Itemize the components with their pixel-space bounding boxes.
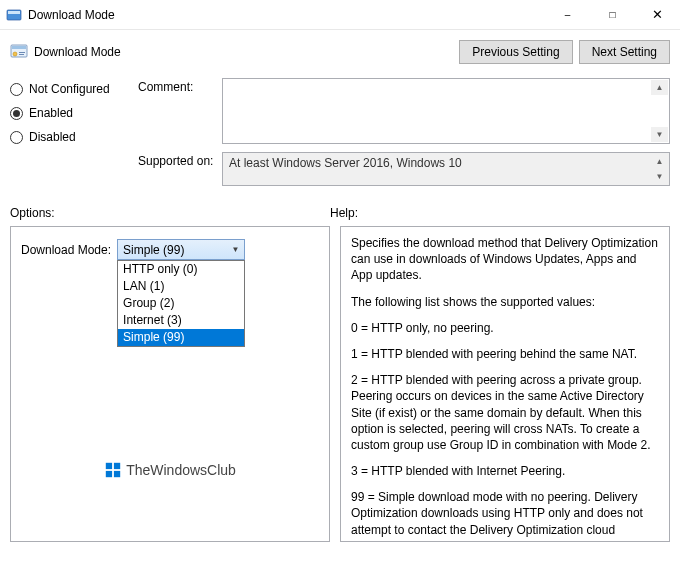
download-mode-dropdown: HTTP only (0)LAN (1)Group (2)Internet (3… [117, 260, 245, 347]
dropdown-item[interactable]: HTTP only (0) [118, 261, 244, 278]
options-panel: Download Mode: Simple (99) ▼ HTTP only (… [10, 226, 330, 542]
radio-icon [10, 131, 23, 144]
previous-setting-button[interactable]: Previous Setting [459, 40, 572, 64]
radio-not-configured[interactable]: Not Configured [10, 82, 130, 96]
help-text: 99 = Simple download mode with no peerin… [351, 489, 659, 542]
radio-enabled[interactable]: Enabled [10, 106, 130, 120]
chevron-down-icon: ▼ [227, 240, 244, 259]
next-setting-button[interactable]: Next Setting [579, 40, 670, 64]
radio-disabled[interactable]: Disabled [10, 130, 130, 144]
help-text: 1 = HTTP blended with peering behind the… [351, 346, 659, 362]
radio-label: Not Configured [29, 82, 110, 96]
close-button[interactable]: ✕ [635, 0, 680, 29]
dropdown-item[interactable]: Group (2) [118, 295, 244, 312]
scroll-down-icon[interactable]: ▼ [651, 127, 668, 142]
svg-rect-1 [8, 11, 20, 14]
svg-rect-3 [12, 46, 26, 49]
svg-rect-6 [19, 54, 24, 55]
dropdown-item[interactable]: LAN (1) [118, 278, 244, 295]
options-heading: Options: [10, 206, 330, 220]
dropdown-item[interactable]: Simple (99) [118, 329, 244, 346]
policy-icon [10, 43, 28, 61]
header: Download Mode Previous Setting Next Sett… [10, 40, 670, 64]
comment-label: Comment: [138, 78, 222, 94]
page-title: Download Mode [34, 45, 453, 59]
watermark-icon [104, 461, 122, 479]
app-icon [6, 7, 22, 23]
dropdown-item[interactable]: Internet (3) [118, 312, 244, 329]
svg-rect-7 [106, 463, 112, 469]
svg-rect-9 [106, 471, 112, 477]
window-controls: – □ ✕ [545, 0, 680, 29]
help-text: 3 = HTTP blended with Internet Peering. [351, 463, 659, 479]
help-panel: Specifies the download method that Deliv… [340, 226, 670, 542]
maximize-button[interactable]: □ [590, 0, 635, 29]
help-heading: Help: [330, 206, 670, 220]
svg-rect-5 [19, 52, 25, 53]
download-mode-label: Download Mode: [21, 243, 111, 257]
supported-value: At least Windows Server 2016, Windows 10 [223, 153, 669, 175]
radio-icon [10, 107, 23, 120]
combobox-value: Simple (99) [123, 243, 184, 257]
help-text: The following list shows the supported v… [351, 294, 659, 310]
minimize-button[interactable]: – [545, 0, 590, 29]
window-title: Download Mode [28, 8, 545, 22]
titlebar: Download Mode – □ ✕ [0, 0, 680, 30]
watermark-text: TheWindowsClub [126, 462, 236, 478]
supported-textarea: At least Windows Server 2016, Windows 10… [222, 152, 670, 186]
state-radios: Not Configured Enabled Disabled [10, 78, 130, 194]
svg-point-4 [13, 52, 17, 56]
comment-textarea[interactable]: ▲ ▼ [222, 78, 670, 144]
help-text: 2 = HTTP blended with peering across a p… [351, 372, 659, 453]
help-text: 0 = HTTP only, no peering. [351, 320, 659, 336]
download-mode-combobox[interactable]: Simple (99) ▼ [117, 239, 245, 260]
help-text: Specifies the download method that Deliv… [351, 235, 659, 284]
svg-rect-8 [114, 463, 120, 469]
comment-value [223, 79, 669, 85]
scroll-down-icon[interactable]: ▼ [651, 169, 668, 184]
scroll-up-icon[interactable]: ▲ [651, 154, 668, 169]
radio-icon [10, 83, 23, 96]
svg-rect-10 [114, 471, 120, 477]
scroll-up-icon[interactable]: ▲ [651, 80, 668, 95]
radio-label: Disabled [29, 130, 76, 144]
radio-label: Enabled [29, 106, 73, 120]
supported-label: Supported on: [138, 152, 222, 168]
watermark: TheWindowsClub [11, 461, 329, 479]
